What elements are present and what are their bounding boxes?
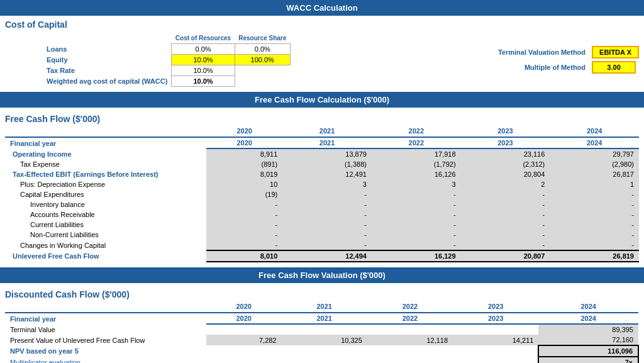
fcf-cell-11-1: 12,494: [282, 250, 372, 262]
fcf-cell-7-3: -: [461, 209, 550, 220]
fcf-cell-4-0: 10: [206, 179, 282, 189]
dcf-year-2022: 2022: [367, 301, 453, 313]
fcf-row-10: Changes in Working Capital-----: [5, 240, 639, 250]
dcf-row-4: Multiplicator evaluation7x: [5, 357, 638, 363]
dcf-year-2021: 2021: [281, 301, 367, 313]
dcf-cell-1-0: [206, 324, 281, 335]
fcf-cell-4-4: 1: [550, 179, 639, 189]
dcf-cell-1-4: 89,395: [538, 324, 638, 335]
dcf-cell-2-1: 10,325: [281, 335, 367, 345]
fcf-cell-1-2: 17,918: [372, 148, 461, 159]
dcf-cell-1-3: [453, 324, 538, 335]
dcf-row-label-0: Financial year: [5, 313, 206, 324]
fcf-header: Free Cash Flow Calculation ($'000): [0, 92, 644, 108]
fcf-cell-5-2: -: [372, 189, 461, 199]
dcf-cell-1-1: [281, 324, 367, 335]
wacc-header: WACC Calculation: [0, 0, 644, 16]
wacc-table: Cost of Resources Resource Share Loans 0…: [43, 33, 291, 87]
tax-rate-val[interactable]: 10.0%: [172, 65, 235, 76]
equity-row: Equity 10.0% 100.0%: [43, 55, 290, 65]
fcf-cell-7-0: -: [206, 209, 282, 220]
fcf-header-val-4: 2024: [550, 137, 639, 148]
fcf-cell-9-2: -: [372, 230, 461, 240]
dcf-cell-2-3: 14,211: [453, 335, 538, 345]
fcf-year-2020: 2020: [206, 125, 282, 137]
wacc-val[interactable]: 10.0%: [172, 76, 235, 87]
dcf-header-row: 2020 2021 2022 2023 2024: [5, 301, 638, 313]
dcf-cell-2-4: 72,160: [538, 335, 638, 345]
fcf-cell-8-1: -: [282, 220, 372, 230]
dcf-row-0: Financial year20202021202220232024: [5, 313, 638, 324]
equity-share[interactable]: 100.0%: [235, 55, 290, 65]
fcf-row-label-10: Changes in Working Capital: [5, 240, 206, 250]
fcf-cell-5-1: -: [282, 189, 372, 199]
cost-of-capital-title: Cost of Capital: [0, 16, 644, 31]
wacc-left: Cost of Resources Resource Share Loans 0…: [5, 33, 291, 87]
loans-cost[interactable]: 0.0%: [172, 44, 235, 55]
fcf-cell-3-0: 8,019: [206, 169, 282, 179]
dcf-cell-2-2: 12,118: [367, 335, 453, 345]
fcf-row-2: Tax Expense(891)(1,388)(1,792)(2,312)(2,…: [5, 159, 639, 169]
dcf-cell-3-4: 116,096: [538, 345, 638, 357]
dcf-cell-0-2: 2022: [367, 313, 453, 324]
fcf-cell-10-0: -: [206, 240, 282, 250]
multiple-method-label: Multiple of Method: [460, 64, 586, 71]
fcf-row-label-6: Inventory balance: [5, 199, 206, 209]
fcf-row-6: Inventory balance-----: [5, 199, 639, 209]
dcf-row-label-3: NPV based on year 5: [5, 345, 206, 357]
fcf-cell-7-2: -: [372, 209, 461, 220]
fcf-cell-8-0: -: [206, 220, 282, 230]
fcf-row-0: Financial year20202021202220232024: [5, 137, 639, 148]
fcf-cell-11-0: 8,010: [206, 250, 282, 262]
fcf-row-1: Operating Income8,91113,87917,91823,1162…: [5, 148, 639, 159]
dcf-cell-3-3: [453, 345, 538, 357]
fcf-cell-10-1: -: [282, 240, 372, 250]
dcf-row-2: Present Value of Unlevered Free Cash Flo…: [5, 335, 638, 345]
dcf-cell-3-0: [206, 345, 281, 357]
fcf-cell-1-1: 13,879: [282, 148, 372, 159]
dcf-row-label-2: Present Value of Unlevered Free Cash Flo…: [5, 335, 206, 345]
fcf-cell-7-1: -: [282, 209, 372, 220]
fcf-row-label-7: Accounts Receivable: [5, 209, 206, 220]
fcf-row-label-8: Current Liabilities: [5, 220, 206, 230]
fcf-cell-1-0: 8,911: [206, 148, 282, 159]
fcf-row-label-4: Plus: Depreciation Expense: [5, 179, 206, 189]
dcf-cell-4-1: [281, 357, 367, 363]
fcf-cell-2-2: (1,792): [372, 159, 461, 169]
fcf-header-val-2: 2022: [372, 137, 461, 148]
fcf-cell-9-1: -: [282, 230, 372, 240]
fcf-cell-8-2: -: [372, 220, 461, 230]
multiple-method-val[interactable]: 3.00: [592, 61, 636, 74]
fcf-row-7: Accounts Receivable-----: [5, 209, 639, 220]
fcf-table: 2020 2021 2022 2023 2024 Financial year2…: [5, 125, 639, 262]
fcf-cell-11-4: 26,819: [550, 250, 639, 262]
fcf-cell-3-2: 16,126: [372, 169, 461, 179]
fcf-cell-6-0: -: [206, 199, 282, 209]
wacc-label: Weighted avg cost of capital (WACC): [43, 76, 172, 87]
resource-share-header: Resource Share: [235, 33, 290, 44]
fcf-row-label-0: Financial year: [5, 137, 206, 148]
fcf-cell-2-1: (1,388): [282, 159, 372, 169]
fcf-row-9: Non-Current Liabilities-----: [5, 230, 639, 240]
fcf-header-row: 2020 2021 2022 2023 2024: [5, 125, 639, 137]
fcf-cell-3-4: 26,817: [550, 169, 639, 179]
equity-cost[interactable]: 10.0%: [172, 55, 235, 65]
fcf-row-4: Plus: Depreciation Expense103321: [5, 179, 639, 189]
wacc-section: Cost of Resources Resource Share Loans 0…: [0, 31, 644, 92]
fcf-row-label-3: Tax-Effected EBIT (Earnings Before Inter…: [5, 169, 206, 179]
fcf-cell-2-3: (2,312): [461, 159, 550, 169]
terminal-method-row: Terminal Valuation Method EBITDA X: [460, 46, 639, 59]
fcf-cell-11-2: 16,129: [372, 250, 461, 262]
wacc-grid: Cost of Resources Resource Share Loans 0…: [5, 33, 639, 87]
dcf-row-label-4: Multiplicator evaluation: [5, 357, 206, 363]
terminal-method-val[interactable]: EBITDA X: [592, 46, 639, 59]
fcf-cell-6-1: -: [282, 199, 372, 209]
dcf-cell-4-2: [367, 357, 453, 363]
fcf-cell-1-3: 23,116: [461, 148, 550, 159]
dcf-year-2023: 2023: [453, 301, 538, 313]
fcf-cell-3-3: 20,804: [461, 169, 550, 179]
dcf-cell-2-0: 7,282: [206, 335, 281, 345]
dcf-title: Discounted Cash Flow ($'000): [5, 286, 639, 301]
loans-share[interactable]: 0.0%: [235, 44, 290, 55]
fcf-row-label-5: Capital Expenditures: [5, 189, 206, 199]
